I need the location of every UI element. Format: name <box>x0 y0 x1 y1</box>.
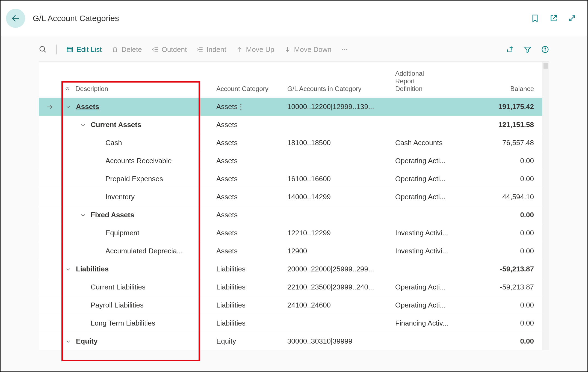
cell-balance[interactable]: 0.00 <box>466 175 542 183</box>
cell-gl-accounts[interactable]: 10000..12200|12999..139... <box>287 102 395 111</box>
cell-description[interactable]: Cash <box>61 139 216 147</box>
share-button[interactable] <box>506 45 514 54</box>
cell-balance[interactable]: 0.00 <box>466 229 542 237</box>
cell-category[interactable]: Assets <box>216 247 287 255</box>
scroll-up-arrow[interactable] <box>543 63 548 69</box>
table-row[interactable]: EquityEquity30000..30310|399990.00 <box>39 332 542 350</box>
col-gl-accounts[interactable]: G/L Accounts in Category <box>287 85 395 93</box>
cell-description[interactable]: Current Liabilities <box>61 283 216 291</box>
cell-balance[interactable]: 121,151.58 <box>466 121 542 129</box>
cell-report-definition[interactable]: Investing Activi... <box>395 229 466 237</box>
cell-description[interactable]: Inventory <box>61 193 216 201</box>
cell-gl-accounts[interactable]: 22100..23500|23999..240... <box>287 283 395 291</box>
col-report-definition[interactable]: Additional Report Definition <box>395 70 466 93</box>
cell-description[interactable]: Long Term Liabilities <box>61 319 216 327</box>
cell-description[interactable]: Assets <box>61 102 216 111</box>
cell-category[interactable]: Liabilities <box>216 301 287 309</box>
cell-category[interactable]: Liabilities <box>216 283 287 291</box>
cell-report-definition[interactable]: Cash Accounts <box>395 139 466 147</box>
chevron-down-icon[interactable] <box>64 104 72 110</box>
cell-category[interactable]: Equity <box>216 337 287 345</box>
cell-category[interactable]: Assets <box>216 121 287 129</box>
row-actions-button[interactable] <box>240 103 242 111</box>
cell-balance[interactable]: 0.00 <box>466 301 542 309</box>
cell-report-definition[interactable]: Operating Acti... <box>395 157 466 165</box>
chevron-down-icon[interactable] <box>79 122 87 128</box>
cell-gl-accounts[interactable]: 20000..22000|25999..299... <box>287 265 395 273</box>
cell-description[interactable]: Accumulated Deprecia... <box>61 247 216 255</box>
vertical-scrollbar[interactable] <box>542 62 549 350</box>
cell-report-definition[interactable]: Operating Acti... <box>395 193 466 201</box>
cell-category[interactable]: Liabilities <box>216 265 287 273</box>
cell-gl-accounts[interactable]: 12210..12299 <box>287 229 395 237</box>
cell-category[interactable]: Assets <box>216 175 287 183</box>
search-button[interactable] <box>39 45 47 54</box>
cell-gl-accounts[interactable]: 24100..24600 <box>287 301 395 309</box>
cell-balance[interactable]: 0.00 <box>466 247 542 255</box>
table-row[interactable]: AssetsAssets10000..12200|12999..139...19… <box>39 98 542 116</box>
row-indicator[interactable] <box>39 103 61 110</box>
table-row[interactable]: Fixed AssetsAssets0.00 <box>39 206 542 224</box>
cell-balance[interactable]: 191,175.42 <box>466 102 542 111</box>
popout-button[interactable] <box>549 14 558 23</box>
cell-gl-accounts[interactable]: 16100..16600 <box>287 175 395 183</box>
cell-description[interactable]: Fixed Assets <box>61 211 216 219</box>
cell-gl-accounts[interactable]: 14000..14299 <box>287 193 395 201</box>
outdent-button[interactable]: Outdent <box>151 45 187 54</box>
move-up-button[interactable]: Move Up <box>235 45 274 54</box>
cell-balance[interactable]: 44,594.10 <box>466 193 542 201</box>
indent-button[interactable]: Indent <box>196 45 226 54</box>
cell-description[interactable]: Current Assets <box>61 121 216 129</box>
edit-list-button[interactable]: Edit List <box>66 45 102 54</box>
cell-gl-accounts[interactable]: 12900 <box>287 247 395 255</box>
cell-description[interactable]: Equipment <box>61 229 216 237</box>
cell-description[interactable]: Equity <box>61 337 216 345</box>
table-row[interactable]: Payroll LiabilitiesLiabilities24100..246… <box>39 296 542 314</box>
filter-button[interactable] <box>524 45 532 54</box>
cell-description[interactable]: Accounts Receivable <box>61 157 216 165</box>
table-row[interactable]: Long Term LiabilitiesLiabilitiesFinancin… <box>39 314 542 332</box>
table-row[interactable]: LiabilitiesLiabilities20000..22000|25999… <box>39 260 542 278</box>
cell-description[interactable]: Liabilities <box>61 265 216 273</box>
table-row[interactable]: CashAssets18100..18500Cash Accounts76,55… <box>39 134 542 152</box>
cell-balance[interactable]: -59,213.87 <box>466 265 542 273</box>
move-down-button[interactable]: Move Down <box>284 45 332 54</box>
info-button[interactable] <box>541 45 549 54</box>
cell-report-definition[interactable]: Operating Acti... <box>395 283 466 291</box>
back-button[interactable] <box>6 9 25 28</box>
cell-category[interactable]: Assets <box>216 229 287 237</box>
expand-button[interactable] <box>568 14 577 23</box>
cell-report-definition[interactable]: Investing Activi... <box>395 247 466 255</box>
cell-category[interactable]: Assets <box>216 102 287 111</box>
cell-gl-accounts[interactable]: 18100..18500 <box>287 139 395 147</box>
col-description[interactable]: Description <box>75 85 108 93</box>
cell-balance[interactable]: 0.00 <box>466 157 542 165</box>
chevron-down-icon[interactable] <box>79 212 87 218</box>
table-row[interactable]: EquipmentAssets12210..12299Investing Act… <box>39 224 542 242</box>
cell-balance[interactable]: 0.00 <box>466 211 542 219</box>
cell-category[interactable]: Assets <box>216 139 287 147</box>
cell-balance[interactable]: 76,557.48 <box>466 139 542 147</box>
cell-category[interactable]: Assets <box>216 193 287 201</box>
cell-gl-accounts[interactable]: 30000..30310|39999 <box>287 337 395 345</box>
cell-balance[interactable]: 0.00 <box>466 319 542 327</box>
cell-report-definition[interactable]: Operating Acti... <box>395 301 466 309</box>
cell-category[interactable]: Assets <box>216 211 287 219</box>
cell-report-definition[interactable]: Financing Activ... <box>395 319 466 327</box>
col-category[interactable]: Account Category <box>216 85 287 93</box>
cell-description[interactable]: Payroll Liabilities <box>61 301 216 309</box>
table-row[interactable]: Accounts ReceivableAssetsOperating Acti.… <box>39 152 542 170</box>
cell-category[interactable]: Assets <box>216 157 287 165</box>
cell-balance[interactable]: 0.00 <box>466 337 542 345</box>
table-row[interactable]: Prepaid ExpensesAssets16100..16600Operat… <box>39 170 542 188</box>
cell-report-definition[interactable]: Operating Acti... <box>395 175 466 183</box>
chevron-down-icon[interactable] <box>64 339 72 344</box>
chevron-down-icon[interactable] <box>64 266 72 272</box>
cell-description[interactable]: Prepaid Expenses <box>61 175 216 183</box>
bookmark-button[interactable] <box>531 14 539 23</box>
table-row[interactable]: Current LiabilitiesLiabilities22100..235… <box>39 278 542 296</box>
table-row[interactable]: Accumulated Deprecia...Assets12900Invest… <box>39 242 542 260</box>
cell-balance[interactable]: -59,213.87 <box>466 283 542 291</box>
collapse-all-button[interactable] <box>64 86 70 92</box>
table-row[interactable]: InventoryAssets14000..14299Operating Act… <box>39 188 542 206</box>
